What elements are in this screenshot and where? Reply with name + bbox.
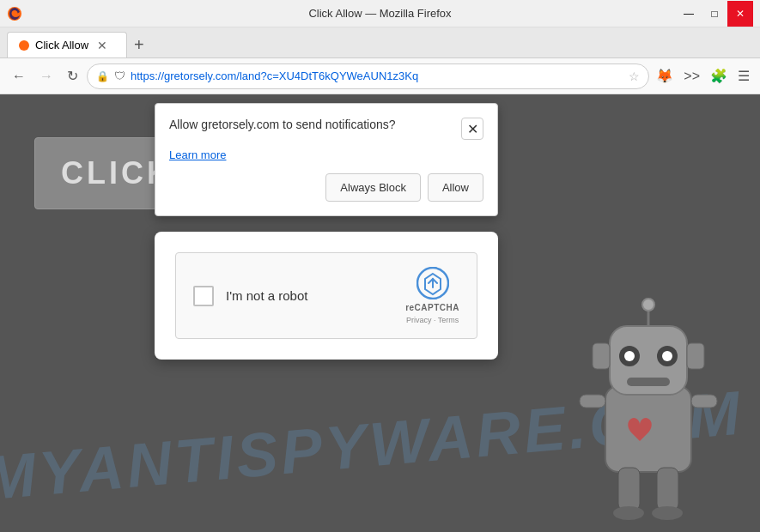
tab-bar: Click Allow ✕ + — [0, 27, 760, 58]
minimize-button[interactable]: — — [676, 1, 702, 27]
popup-buttons: Always Block Allow — [169, 173, 483, 202]
svg-point-8 — [624, 351, 635, 361]
svg-point-18 — [652, 506, 683, 520]
new-tab-button[interactable]: + — [127, 32, 151, 57]
active-tab[interactable]: Click Allow ✕ — [7, 32, 127, 57]
menu-button[interactable]: ☰ — [734, 64, 753, 88]
svg-rect-10 — [627, 378, 670, 386]
svg-rect-11 — [593, 343, 610, 369]
notification-popup: Allow gretorsely.com to send notificatio… — [155, 103, 498, 216]
recaptcha-right: reCAPTCHA Privacy · Terms — [405, 267, 459, 324]
svg-rect-16 — [657, 468, 678, 511]
allow-button[interactable]: Allow — [428, 173, 483, 202]
robot-illustration — [562, 275, 734, 515]
svg-rect-13 — [580, 395, 605, 408]
reload-button[interactable]: ↻ — [62, 64, 83, 88]
address-bar[interactable]: 🔒 🛡 ☆ — [87, 63, 649, 89]
tab-close-button[interactable]: ✕ — [97, 39, 107, 52]
svg-point-5 — [642, 299, 654, 311]
svg-point-1 — [19, 40, 29, 51]
recaptcha-label: I'm not a robot — [226, 288, 307, 303]
back-button[interactable]: ← — [7, 65, 31, 88]
tab-site-icon — [18, 39, 30, 51]
bookmark-icon[interactable]: ☆ — [629, 70, 640, 83]
extensions-icon[interactable]: 🧩 — [707, 64, 731, 88]
window-close-button[interactable]: ✕ — [727, 1, 753, 27]
title-bar-left — [7, 6, 22, 21]
svg-rect-14 — [691, 395, 717, 408]
browser-window: Click Allow — Mozilla Firefox — □ ✕ Clic… — [0, 0, 760, 532]
forward-button[interactable]: → — [34, 65, 58, 88]
firefox-icon — [7, 6, 22, 21]
recaptcha-left: I'm not a robot — [193, 286, 307, 306]
maximize-button[interactable]: □ — [702, 1, 727, 27]
pocket-icon[interactable]: 🦊 — [653, 64, 677, 88]
lock-icon: 🔒 — [96, 70, 109, 82]
popup-header: Allow gretorsely.com to send notificatio… — [169, 118, 483, 140]
recaptcha-card: I'm not a robot reCAPTCHA Privacy · Term… — [155, 232, 498, 360]
svg-rect-15 — [618, 468, 640, 511]
learn-more-link[interactable]: Learn more — [169, 148, 483, 161]
svg-point-17 — [613, 506, 644, 520]
popup-title: Allow gretorsely.com to send notificatio… — [169, 118, 461, 131]
security-icon: 🛡 — [114, 70, 125, 82]
title-bar: Click Allow — Mozilla Firefox — □ ✕ — [0, 0, 760, 27]
recaptcha-checkbox[interactable] — [193, 286, 214, 306]
svg-point-9 — [662, 351, 672, 361]
recaptcha-logo-icon — [416, 267, 449, 299]
toolbar-right: 🦊 >> 🧩 ☰ — [653, 64, 753, 88]
extensions-btn[interactable]: >> — [680, 64, 703, 88]
window-controls: — □ ✕ — [676, 1, 753, 27]
window-title: Click Allow — Mozilla Firefox — [308, 7, 451, 20]
svg-rect-12 — [687, 343, 704, 369]
popup-close-button[interactable]: ✕ — [461, 118, 483, 140]
page-content: MYANTISPYWARE.COM CLICK — [0, 94, 760, 532]
nav-bar: ← → ↻ 🔒 🛡 ☆ 🦊 >> 🧩 ☰ — [0, 58, 760, 94]
recaptcha-brand: reCAPTCHA — [405, 303, 459, 312]
recaptcha-widget: I'm not a robot reCAPTCHA Privacy · Term… — [175, 252, 477, 339]
tab-label: Click Allow — [35, 39, 88, 51]
always-block-button[interactable]: Always Block — [325, 173, 421, 202]
robot-svg — [562, 275, 734, 532]
recaptcha-links: Privacy · Terms — [406, 316, 459, 324]
url-input[interactable] — [131, 70, 623, 82]
